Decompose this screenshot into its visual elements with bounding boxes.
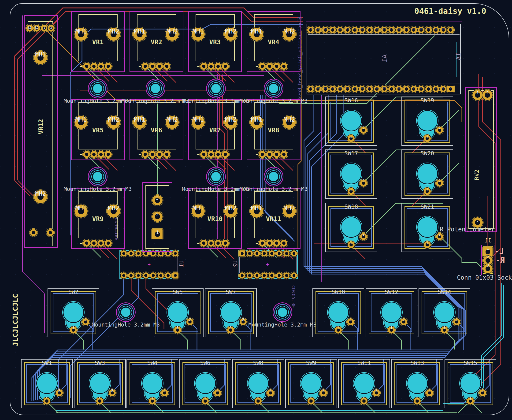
footprint-pin-header-3[interactable]: 321 xyxy=(142,182,172,252)
p3-pad[interactable]: 3 xyxy=(152,195,163,205)
vr-pin-pad[interactable] xyxy=(90,151,97,158)
footprint-u2-socket[interactable]: + U2 xyxy=(238,251,297,278)
u1-pad[interactable] xyxy=(172,250,178,256)
footprint-switch[interactable]: 12SW14 xyxy=(419,288,470,337)
p3-pad[interactable]: 1 xyxy=(152,229,163,240)
vr-pin-pad[interactable] xyxy=(200,63,207,70)
switch-pad-2[interactable]: 2 xyxy=(267,389,274,396)
a1-pad-top[interactable]: 23 xyxy=(322,27,329,33)
footprint-switch[interactable]: 12SW8 xyxy=(232,359,284,408)
u1-pad[interactable] xyxy=(128,272,134,278)
a1-pad-top[interactable]: 34 xyxy=(403,27,410,33)
footprint-switch[interactable]: 12SW10 xyxy=(312,288,364,337)
p3-pad[interactable]: 2 xyxy=(152,211,163,222)
switch-pad-2[interactable]: 2 xyxy=(109,389,116,396)
a1-pad-top[interactable]: 29 xyxy=(366,27,373,33)
switch-pad-1[interactable]: 1 xyxy=(348,135,355,142)
u2-pad[interactable] xyxy=(276,250,282,256)
vr-pin-pad[interactable] xyxy=(83,63,90,70)
switch-pad-2[interactable]: 2 xyxy=(436,180,443,187)
u2-pad[interactable] xyxy=(261,250,267,256)
footprint-vr[interactable]: MH1MH2VR7- xyxy=(188,99,242,160)
vr-pin-pad[interactable] xyxy=(266,240,273,247)
switch-pad-1[interactable]: 1 xyxy=(424,135,431,142)
a1-pad-bottom[interactable]: 8 xyxy=(396,86,402,92)
footprint-switch[interactable]: 12SW19 xyxy=(401,97,453,146)
a1-pad-top[interactable]: 27 xyxy=(352,27,358,33)
switch-pad-1[interactable]: 1 xyxy=(202,398,209,405)
a1-pad-top[interactable]: 36 xyxy=(418,27,424,33)
vr-pin-pad[interactable] xyxy=(273,151,280,158)
a1-pad-top[interactable]: 35 xyxy=(411,27,417,33)
switch-pad-2[interactable]: 2 xyxy=(214,389,221,396)
footprint-switch[interactable]: 12SW1 xyxy=(21,359,73,408)
switch-pad-2[interactable]: 2 xyxy=(82,318,89,325)
vr-pin-pad[interactable] xyxy=(163,151,170,158)
u2-pad[interactable] xyxy=(247,272,253,278)
a1-pad-top[interactable]: 31 xyxy=(381,27,388,33)
switch-pad-1[interactable]: 1 xyxy=(441,327,448,334)
u1-pad[interactable] xyxy=(143,272,149,278)
vr-pin-pad[interactable] xyxy=(105,240,112,247)
a1-pad-top[interactable]: 32 xyxy=(388,27,395,33)
a1-pad-top[interactable]: 40 xyxy=(447,27,454,33)
switch-pad-2[interactable]: 2 xyxy=(436,127,443,134)
switch-pad-1[interactable]: 1 xyxy=(348,241,355,248)
vr-pin-pad[interactable] xyxy=(90,240,97,247)
a1-pad-top[interactable]: 37 xyxy=(425,27,432,33)
vr12-top-pad[interactable]: 2 xyxy=(48,25,55,32)
rv2-pad[interactable]: 1 xyxy=(472,90,483,100)
vr-pin-pad[interactable] xyxy=(208,240,215,247)
vr-pin-pad[interactable] xyxy=(259,151,266,158)
a1-pad-bottom[interactable]: 4 xyxy=(425,86,432,92)
switch-pad-2[interactable]: 2 xyxy=(426,389,433,396)
switch-pad-2[interactable]: 2 xyxy=(56,389,63,396)
a1-pad-bottom[interactable]: 5 xyxy=(418,86,424,92)
vr-pin-pad[interactable] xyxy=(105,151,112,158)
vr-pin-pad[interactable] xyxy=(97,63,104,70)
vr-pin-pad[interactable] xyxy=(215,63,222,70)
footprint-vr[interactable]: MH1MH2VR5- xyxy=(71,99,125,160)
mounting-hole[interactable] xyxy=(269,172,278,181)
footprint-vr[interactable]: MH1MH2VR11- xyxy=(247,188,301,249)
vr-pin-pad[interactable] xyxy=(208,63,215,70)
switch-pad-1[interactable]: 1 xyxy=(424,188,431,195)
vr-pin-pad[interactable] xyxy=(156,63,163,70)
vr-pin-pad[interactable] xyxy=(215,151,222,158)
vr-pin-pad[interactable] xyxy=(280,151,287,158)
vr-pin-pad[interactable] xyxy=(200,240,207,247)
switch-pad-1[interactable]: 1 xyxy=(414,398,421,405)
a1-pad-bottom[interactable]: 10 xyxy=(381,86,388,92)
switch-pad-1[interactable]: 1 xyxy=(149,398,156,405)
footprint-switch[interactable]: 12SW18 xyxy=(325,203,377,252)
u2-pad[interactable] xyxy=(261,272,267,278)
u1-pad[interactable] xyxy=(135,250,141,256)
switch-pad-1[interactable]: 1 xyxy=(348,188,355,195)
vr-pin-pad[interactable] xyxy=(142,151,149,158)
footprint-u1-socket[interactable]: + U1 xyxy=(120,251,179,278)
vr-pin-pad[interactable] xyxy=(97,151,104,158)
a1-pad-bottom[interactable]: 1 xyxy=(447,86,454,92)
footprint-switch[interactable]: 12SW9 xyxy=(285,359,337,408)
switch-pad-2[interactable]: 2 xyxy=(360,180,367,187)
switch-pad-2[interactable]: 2 xyxy=(436,233,443,240)
footprint-vr[interactable]: MH1MH2VR9- xyxy=(71,188,125,249)
footprint-vr[interactable]: MH1MH2VR3- xyxy=(188,11,242,72)
vr-pin-pad[interactable] xyxy=(222,151,229,158)
a1-pad-bottom[interactable]: 6 xyxy=(411,86,417,92)
u1-pad[interactable] xyxy=(172,272,178,278)
mounting-hole[interactable] xyxy=(269,84,278,93)
footprint-switch[interactable]: 12SW7 xyxy=(205,288,257,337)
a1-pad-bottom[interactable]: 14 xyxy=(352,86,358,92)
a1-pad-bottom[interactable]: 9 xyxy=(388,86,395,92)
footprint-switch[interactable]: 12SW6 xyxy=(179,359,231,408)
footprint-j1-connector[interactable]: 123 xyxy=(482,246,494,275)
switch-pad-2[interactable]: 2 xyxy=(400,318,407,325)
a1-pad-top[interactable]: 21 xyxy=(307,27,314,33)
vr-pin-pad[interactable] xyxy=(222,240,229,247)
a1-pad-bottom[interactable]: 12 xyxy=(366,86,373,92)
vr-pin-pad[interactable] xyxy=(83,240,90,247)
switch-pad-1[interactable]: 1 xyxy=(360,398,367,405)
footprint-switch[interactable]: 12SW21 xyxy=(401,203,453,252)
a1-pad-top[interactable]: 38 xyxy=(433,27,439,33)
